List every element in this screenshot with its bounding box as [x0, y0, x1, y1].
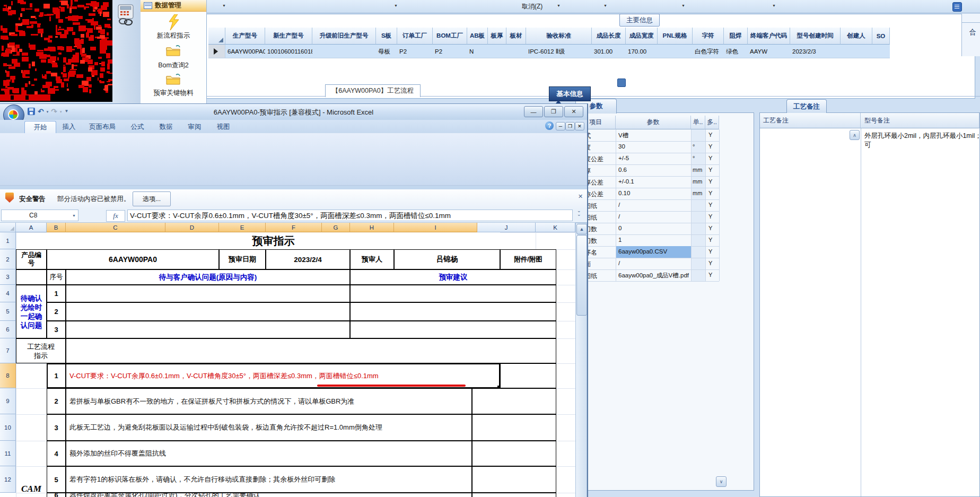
- toolbox-item-bom-query[interactable]: Bom查询2: [141, 60, 206, 70]
- workbook-minimize-button[interactable]: ─: [556, 122, 565, 130]
- process-row-number[interactable]: 6: [47, 493, 66, 497]
- grid-column-header[interactable]: PNL规格: [658, 28, 693, 45]
- grid-cell[interactable]: P2: [433, 45, 467, 58]
- column-header-D[interactable]: D: [165, 223, 219, 232]
- ribbon-tab-1[interactable]: 开始: [24, 121, 56, 134]
- grid-column-header[interactable]: 创建人: [841, 28, 872, 45]
- reviewer-cell[interactable]: 吕锦杨: [394, 249, 500, 269]
- grid-column-header[interactable]: 验收标准: [526, 28, 592, 45]
- calculator-icon[interactable]: [116, 4, 135, 25]
- row-header-6[interactable]: 6: [0, 321, 16, 338]
- param-value[interactable]: /: [618, 202, 691, 208]
- row-header-8[interactable]: 8: [0, 363, 16, 388]
- param-value[interactable]: 6aayw00pa0.CSV: [618, 248, 691, 255]
- menu-dropdown-icon[interactable]: ▼: [394, 4, 398, 7]
- ribbon-tab-3[interactable]: 页面布局: [83, 121, 122, 133]
- formula-bar-expand-icon[interactable]: ⌄⌄: [577, 209, 581, 216]
- security-options-button[interactable]: 选项...: [133, 191, 171, 206]
- confirm-row-advice[interactable]: [350, 285, 556, 302]
- grid-cell[interactable]: 301.00: [592, 45, 626, 58]
- name-box-dropdown[interactable]: ▼: [72, 214, 76, 217]
- grid-cell[interactable]: AAYW: [748, 45, 790, 58]
- process-row-number[interactable]: 5: [47, 466, 66, 493]
- param-value[interactable]: 6aayw00pa0_成品V槽.pdf: [618, 272, 691, 280]
- process-row-right[interactable]: [472, 388, 556, 414]
- grid-cell[interactable]: N: [467, 45, 488, 58]
- grid-column-header[interactable]: 新生产型号: [265, 28, 312, 45]
- grid-cell[interactable]: [506, 45, 526, 58]
- maximize-button[interactable]: ❐: [544, 106, 563, 117]
- minimize-button[interactable]: —: [524, 106, 543, 117]
- grid-column-header[interactable]: 阻焊: [724, 28, 748, 45]
- grid-column-header[interactable]: BOM工厂: [433, 28, 467, 45]
- grid-cell[interactable]: 170.00: [626, 45, 658, 58]
- param-value[interactable]: V槽: [618, 132, 691, 139]
- ribbon-tab-7[interactable]: 视图: [210, 121, 237, 133]
- app-grid-icon[interactable]: [952, 2, 962, 12]
- column-header-A[interactable]: A: [16, 223, 47, 232]
- security-bar-close-icon[interactable]: ✕: [578, 193, 583, 200]
- param-value[interactable]: +/-0.1: [618, 178, 691, 185]
- tab-basic-info[interactable]: 基本信息: [549, 86, 591, 101]
- menu-dropdown-icon[interactable]: ▼: [681, 4, 685, 7]
- toolbox-header[interactable]: 数据管理: [141, 0, 206, 12]
- confirm-row-number[interactable]: 1: [47, 285, 66, 302]
- process-side-cell[interactable]: 工艺流程指示: [16, 338, 66, 363]
- name-box[interactable]: C8 ▼: [1, 210, 78, 221]
- confirm-row-question[interactable]: [66, 302, 350, 321]
- grid-column-header[interactable]: 订单工厂: [397, 28, 433, 45]
- empty-cell[interactable]: [16, 269, 47, 285]
- confirm-row-advice[interactable]: [350, 302, 556, 321]
- scroll-thumb[interactable]: [576, 235, 587, 316]
- model-note-text[interactable]: 外层孔环最小2mil，内层孔环最小1mil；过孔即可: [864, 132, 980, 150]
- column-header-G[interactable]: G: [322, 223, 350, 232]
- date-label-cell[interactable]: 预审日期: [219, 249, 266, 269]
- column-header-F[interactable]: F: [266, 223, 322, 232]
- confirm-header-cell[interactable]: 待与客户确认问题(原因与内容): [66, 269, 350, 285]
- process-row-right[interactable]: [472, 493, 556, 497]
- grid-cell[interactable]: 绿色: [724, 45, 748, 58]
- grid-column-header[interactable]: 升级前旧生产型号: [312, 28, 376, 45]
- confirm-row-advice[interactable]: [350, 321, 556, 338]
- insert-function-icon[interactable]: fx: [106, 210, 125, 222]
- column-header-J[interactable]: J: [477, 223, 536, 232]
- column-header-B[interactable]: B: [47, 223, 66, 232]
- grid-column-header[interactable]: 终端客户代码: [748, 28, 790, 45]
- process-row-text[interactable]: 额外添加的丝印不得覆盖阻抗线: [66, 441, 472, 466]
- confirm-row-number[interactable]: 3: [47, 321, 66, 338]
- grid-cell[interactable]: [872, 45, 890, 58]
- param-value[interactable]: 1: [618, 237, 691, 243]
- grid-cell[interactable]: 10010600116018: [265, 45, 312, 58]
- ribbon-tab-2[interactable]: 插入: [57, 121, 81, 133]
- grid-column-header[interactable]: S板: [376, 28, 397, 45]
- row-header-3[interactable]: 3: [0, 269, 16, 285]
- row-header-10[interactable]: 10: [0, 414, 16, 441]
- ribbon-tab-5[interactable]: 数据: [153, 121, 179, 133]
- info-badge[interactable]: 主要信息: [619, 14, 660, 27]
- process-row-right[interactable]: [472, 414, 556, 441]
- param-value[interactable]: 30: [618, 143, 691, 150]
- row-header-5[interactable]: 5: [0, 302, 16, 321]
- params-scroll-down[interactable]: ∨: [716, 476, 727, 487]
- confirm-row-question[interactable]: [66, 321, 350, 338]
- workbook-restore-button[interactable]: ❐: [565, 122, 575, 130]
- process-row-right[interactable]: [500, 363, 556, 388]
- menu-dropdown-icon[interactable]: ▼: [222, 4, 226, 7]
- process-row-right[interactable]: [472, 441, 556, 466]
- tab-notes[interactable]: 工艺备注: [786, 99, 827, 114]
- grid-column-header[interactable]: 成品长度: [592, 28, 626, 45]
- confirm-row-number[interactable]: 2: [47, 302, 66, 321]
- confirm-row-question[interactable]: [66, 285, 350, 302]
- workbook-close-button[interactable]: ✕: [575, 122, 584, 130]
- ribbon-tab-6[interactable]: 审阅: [181, 121, 208, 133]
- column-header-C[interactable]: C: [66, 223, 165, 232]
- process-row-text[interactable]: 若有字符1的标识落在板外，请确认，不允许自行移动或直接删除；其余板外丝印可删除: [66, 466, 472, 493]
- grid-column-header[interactable]: 板材: [506, 28, 526, 45]
- reviewer-label-cell[interactable]: 预审人: [350, 249, 394, 269]
- attachment-label-cell[interactable]: 附件/附图: [500, 249, 556, 269]
- param-value[interactable]: 0.6: [618, 167, 691, 173]
- grid-column-header[interactable]: SO: [872, 28, 890, 45]
- param-value[interactable]: /: [618, 260, 691, 266]
- tab-flow[interactable]: 【6AAYW00PA0】工艺流程: [325, 84, 421, 97]
- column-header-I[interactable]: I: [394, 223, 477, 232]
